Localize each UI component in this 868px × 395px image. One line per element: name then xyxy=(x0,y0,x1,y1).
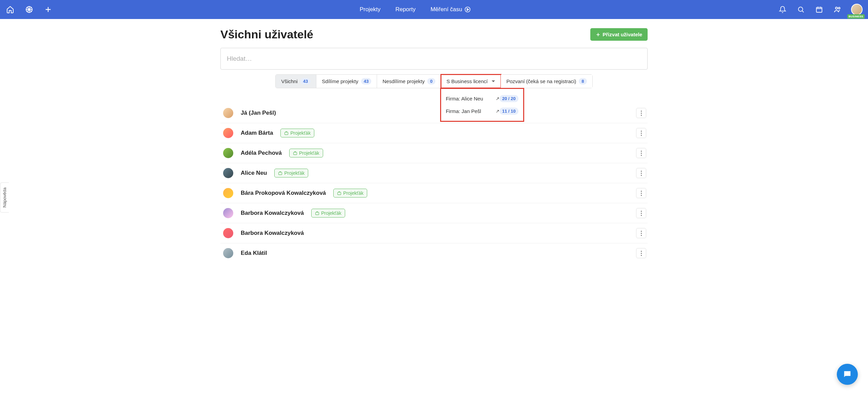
svg-rect-9 xyxy=(338,192,341,194)
role-tag: Projekťák xyxy=(274,169,308,177)
nav-reports[interactable]: Reporty xyxy=(395,6,416,13)
user-row[interactable]: Já (Jan Pešl) xyxy=(220,103,648,123)
page-title: Všichni uživatelé xyxy=(220,28,313,41)
role-tag: Projekťák xyxy=(311,209,345,218)
license-company-row[interactable]: Firma: Alice Neu ↗ 20 / 20 xyxy=(441,92,523,105)
svg-rect-7 xyxy=(294,152,297,154)
filter-tab-invited[interactable]: Pozvaní (čeká se na registraci) 8 xyxy=(501,75,592,88)
avatar-icon xyxy=(223,228,233,238)
user-row[interactable]: Adam BártaProjekťák xyxy=(220,123,648,143)
row-actions-button[interactable] xyxy=(636,168,646,178)
row-actions-button[interactable] xyxy=(636,108,646,118)
user-name: Bára Prokopová Kowalczyková xyxy=(241,190,326,196)
row-actions-button[interactable] xyxy=(636,208,646,218)
row-actions-button[interactable] xyxy=(636,148,646,158)
svg-point-2 xyxy=(798,7,803,12)
user-name: Barbora Kowalczyková xyxy=(241,230,304,237)
user-name: Alice Neu xyxy=(241,170,267,176)
business-badge: BUSINESS xyxy=(847,14,865,19)
topbar-left-group xyxy=(5,5,53,14)
business-license-dropdown: Firma: Alice Neu ↗ 20 / 20 Firma: Jan Pe… xyxy=(440,88,524,122)
filter-all-count: 43 xyxy=(300,78,311,84)
filter-tab-sharing[interactable]: Sdílíme projekty 43 xyxy=(316,75,377,88)
user-name: Barbora Kowalczyková xyxy=(241,210,304,217)
home-icon[interactable] xyxy=(5,5,15,14)
filter-sharing-label: Sdílíme projekty xyxy=(322,78,358,84)
svg-rect-10 xyxy=(316,212,319,214)
filter-business-label: S Business licencí xyxy=(447,78,488,84)
avatar-icon xyxy=(223,108,233,118)
briefcase-icon xyxy=(278,171,282,175)
filter-tab-not-sharing[interactable]: Nesdílíme projekty 0 xyxy=(377,75,441,88)
user-row[interactable]: Barbora Kowalczyková xyxy=(220,223,648,243)
license-company-count: 20 / 20 xyxy=(499,95,518,102)
license-company-row[interactable]: Firma: Jan Pešl ↗ 11 / 10 xyxy=(441,105,523,117)
more-vertical-icon xyxy=(641,251,642,256)
people-icon[interactable] xyxy=(833,5,842,14)
filter-not-sharing-label: Nesdílíme projekty xyxy=(382,78,425,84)
svg-rect-8 xyxy=(279,172,282,174)
topbar-right-group: BUSINESS xyxy=(778,4,863,15)
row-actions-button[interactable] xyxy=(636,188,646,198)
user-name: Adam Bárta xyxy=(241,130,273,136)
filter-tab-business-license[interactable]: S Business licencí Firma: Alice Neu ↗ 20… xyxy=(441,75,501,88)
user-row[interactable]: Barbora KowalczykováProjekťák xyxy=(220,203,648,223)
avatar-icon xyxy=(223,208,233,218)
filter-tab-all[interactable]: Všichni 43 xyxy=(276,75,316,88)
user-row[interactable]: Eda Klátil xyxy=(220,243,648,263)
user-list: Já (Jan Pešl)Adam BártaProjekťákAdéla Pe… xyxy=(220,103,648,263)
row-actions-button[interactable] xyxy=(636,128,646,138)
main-content: Všichni uživatelé Přizvat uživatele Všic… xyxy=(220,19,648,277)
search-input[interactable] xyxy=(220,48,648,70)
external-arrow-icon: ↗ xyxy=(496,109,499,114)
avatar-icon xyxy=(223,148,233,158)
wheel-icon[interactable] xyxy=(24,5,34,14)
row-actions-button[interactable] xyxy=(636,228,646,238)
nav-timetracking[interactable]: Měření času xyxy=(431,6,471,13)
help-side-tab[interactable]: Nápověda xyxy=(0,182,9,212)
role-tag: Projekťák xyxy=(289,149,323,157)
filter-invited-label: Pozvaní (čeká se na registraci) xyxy=(506,78,576,84)
svg-rect-3 xyxy=(816,7,822,13)
add-icon[interactable] xyxy=(43,5,53,14)
user-row[interactable]: Adéla PechováProjekťák xyxy=(220,143,648,163)
user-avatar-menu[interactable]: BUSINESS xyxy=(851,4,863,15)
row-actions-button[interactable] xyxy=(636,248,646,258)
license-company-label: Firma: Jan Pešl xyxy=(446,108,481,114)
filter-tabs: Všichni 43 Sdílíme projekty 43 Nesdílíme… xyxy=(275,74,592,88)
avatar-icon xyxy=(223,188,233,198)
bell-icon[interactable] xyxy=(778,5,787,14)
user-row[interactable]: Alice NeuProjekťák xyxy=(220,163,648,183)
filter-tabs-row: Všichni 43 Sdílíme projekty 43 Nesdílíme… xyxy=(220,74,648,88)
avatar-icon xyxy=(223,248,233,258)
search-icon[interactable] xyxy=(796,5,806,14)
avatar-icon xyxy=(223,168,233,178)
play-icon xyxy=(464,6,471,13)
user-name: Já (Jan Pešl) xyxy=(241,110,276,116)
filter-all-label: Všichni xyxy=(281,78,297,84)
license-company-count: 11 / 10 xyxy=(499,108,518,115)
briefcase-icon xyxy=(284,131,289,135)
chevron-down-icon xyxy=(492,80,495,82)
user-row[interactable]: Bára Prokopová KowalczykováProjekťák xyxy=(220,183,648,203)
more-vertical-icon xyxy=(641,211,642,216)
filter-sharing-count: 43 xyxy=(361,78,371,84)
more-vertical-icon xyxy=(641,231,642,236)
more-vertical-icon xyxy=(641,131,642,136)
user-name: Adéla Pechová xyxy=(241,150,282,156)
nav-projects[interactable]: Projekty xyxy=(360,6,380,13)
license-company-label: Firma: Alice Neu xyxy=(446,96,483,101)
briefcase-icon xyxy=(337,191,341,195)
more-vertical-icon xyxy=(641,191,642,196)
top-navigation: Projekty Reporty Měření času BUSINESS xyxy=(0,0,868,19)
page-header: Všichni uživatelé Přizvat uživatele xyxy=(220,28,648,41)
invite-user-button[interactable]: Přizvat uživatele xyxy=(590,28,648,41)
plus-icon xyxy=(596,32,600,37)
more-vertical-icon xyxy=(641,151,642,156)
briefcase-icon xyxy=(293,151,297,155)
invite-user-label: Přizvat uživatele xyxy=(603,32,642,37)
nav-timetracking-label: Měření času xyxy=(431,6,462,13)
calendar-icon[interactable] xyxy=(814,5,824,14)
avatar-icon xyxy=(223,128,233,138)
more-vertical-icon xyxy=(641,111,642,116)
